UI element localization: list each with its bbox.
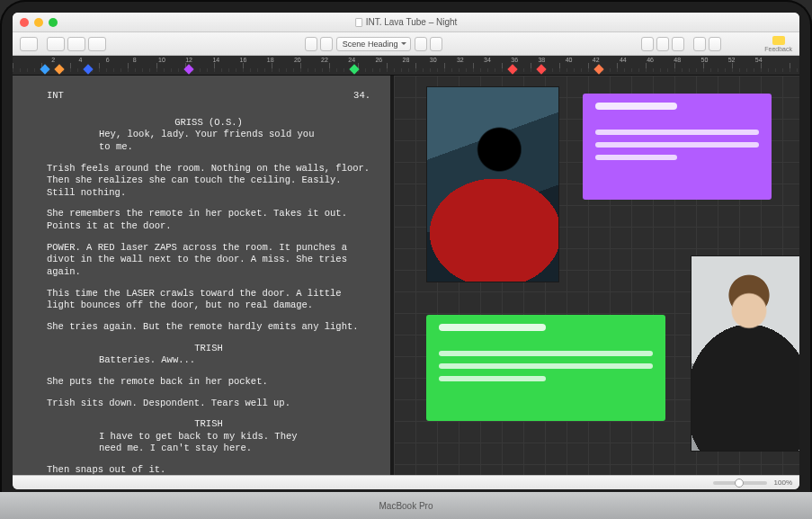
timeline-tick-label: 24 <box>338 57 365 63</box>
script-action[interactable]: This time the LASER crawls toward the do… <box>47 288 370 312</box>
script-character[interactable]: TRISH <box>47 418 370 431</box>
note-title-placeholder <box>439 324 546 331</box>
zoom-slider[interactable] <box>713 481 767 485</box>
script-action[interactable]: She puts the remote back in her pocket. <box>47 376 370 389</box>
script-action[interactable]: She tries again. But the remote hardly e… <box>47 321 370 334</box>
timeline-tick-label: 48 <box>664 57 691 63</box>
timeline-tick-label: 34 <box>474 57 501 63</box>
script-action[interactable]: Trish sits down. Despondent. Tears well … <box>47 398 370 410</box>
script-action[interactable]: She remembers the remote in her pocket. … <box>47 208 370 232</box>
corkboard-pane[interactable] <box>394 76 799 475</box>
timeline-tick-label: 20 <box>284 57 311 63</box>
timeline-tick-label: 12 <box>175 57 202 63</box>
timeline-tick-label: 2 <box>40 57 67 63</box>
note-line-placeholder <box>439 363 653 369</box>
timeline-tick-label <box>772 57 799 63</box>
script-action[interactable]: POWER. A RED laser ZAPS across the room.… <box>47 242 370 279</box>
timeline-tick-label: 40 <box>555 57 582 63</box>
window-titlebar: INT. Lava Tube – Night <box>13 13 799 32</box>
toolbar-button-outline[interactable] <box>47 37 65 51</box>
timeline-tick-label: 4 <box>67 57 94 63</box>
app-window: INT. Lava Tube – Night Scene Heading <box>13 13 799 489</box>
fullscreen-window-button[interactable] <box>49 18 58 27</box>
timeline-tick-label: 28 <box>392 57 419 63</box>
script-character[interactable]: TRISH <box>47 343 370 355</box>
board-image-img-man[interactable] <box>691 255 799 452</box>
window-title: INT. Lava Tube – Night <box>355 17 458 27</box>
element-prev-button[interactable] <box>415 37 427 51</box>
timeline-tick-label: 26 <box>365 57 392 63</box>
note-line-placeholder <box>595 130 759 135</box>
script-editor[interactable]: INT 34. GRISS (O.S.)Hey, look, lady. You… <box>13 76 390 475</box>
page-number: 34. <box>353 90 370 103</box>
board-image-img-deadpool[interactable] <box>426 86 559 282</box>
timeline-tick-label: 42 <box>583 57 610 63</box>
toolbar: Scene Heading Feedback <box>13 32 799 56</box>
scene-heading: INT <box>47 90 64 103</box>
timeline-tick-label: 46 <box>637 57 664 63</box>
feedback-icon <box>772 36 785 45</box>
feedback-button[interactable]: Feedback <box>764 36 792 52</box>
timeline-tick-label: 52 <box>718 57 745 63</box>
minimize-window-button[interactable] <box>34 18 43 27</box>
note-line-placeholder <box>439 376 546 381</box>
script-dialogue[interactable]: Hey, look, lady. Your friends sold you t… <box>99 129 318 153</box>
image-placeholder <box>692 256 799 451</box>
timeline-tick-label: 44 <box>610 57 637 63</box>
nav-prev-button[interactable] <box>305 37 317 51</box>
timeline-tick-label: 38 <box>528 57 555 63</box>
board-note-card[interactable] <box>583 94 772 200</box>
note-line-placeholder <box>595 142 759 148</box>
timeline-tick-label: 54 <box>745 57 772 63</box>
toolbar-button-r1[interactable] <box>641 37 654 51</box>
traffic-lights <box>20 18 58 27</box>
image-placeholder <box>427 87 558 282</box>
laptop-label: MacBook Pro <box>379 501 433 511</box>
toolbar-button-script[interactable] <box>67 37 85 51</box>
feedback-label: Feedback <box>764 46 792 52</box>
timeline-tick-label: 16 <box>229 57 256 63</box>
timeline-tick-label: 8 <box>121 57 148 63</box>
status-bar: 100% <box>13 475 799 489</box>
timeline-tick-label: 22 <box>311 57 338 63</box>
timeline-tick-label <box>13 57 40 63</box>
toolbar-button-board[interactable] <box>88 37 106 51</box>
note-title-placeholder <box>595 103 677 110</box>
toolbar-button-r4[interactable] <box>693 37 706 51</box>
note-line-placeholder <box>595 155 677 160</box>
timeline-tick-label: 6 <box>94 57 121 63</box>
zoom-level: 100% <box>774 479 792 487</box>
document-icon <box>355 18 362 27</box>
element-next-button[interactable] <box>430 37 442 51</box>
timeline-tick-label: 36 <box>501 57 528 63</box>
timeline-tick-label: 14 <box>202 57 229 63</box>
element-type-select[interactable]: Scene Heading <box>336 37 412 51</box>
toolbar-button-1[interactable] <box>20 37 38 51</box>
nav-next-button[interactable] <box>320 37 333 51</box>
script-action[interactable]: Trish feels around the room. Nothing on … <box>47 163 370 200</box>
close-window-button[interactable] <box>20 18 29 27</box>
laptop-frame: INT. Lava Tube – Night Scene Heading <box>0 0 812 519</box>
script-character[interactable]: GRISS (O.S.) <box>47 117 370 130</box>
timeline-tick-label: 10 <box>148 57 175 63</box>
note-line-placeholder <box>439 351 653 356</box>
script-dialogue[interactable]: Batteries. Aww... <box>99 354 318 367</box>
laptop-base: MacBook Pro <box>0 492 812 519</box>
main-split: INT 34. GRISS (O.S.)Hey, look, lady. You… <box>13 76 799 475</box>
script-action[interactable]: Then snaps out of it. <box>47 464 370 475</box>
toolbar-button-r3[interactable] <box>672 37 684 51</box>
timeline-tick-label: 30 <box>420 57 447 63</box>
timeline-tick-label: 32 <box>447 57 474 63</box>
script-dialogue[interactable]: I have to get back to my kids. They need… <box>99 431 318 455</box>
timeline-ruler[interactable]: 2468101214161820222426283032343638404244… <box>13 56 799 76</box>
board-note-card[interactable] <box>426 315 665 421</box>
toolbar-button-r2[interactable] <box>656 37 669 51</box>
toolbar-button-r5[interactable] <box>709 37 721 51</box>
element-type-label: Scene Heading <box>343 40 398 49</box>
timeline-tick-label: 18 <box>257 57 284 63</box>
window-title-text: INT. Lava Tube – Night <box>366 17 458 27</box>
timeline-tick-label: 50 <box>691 57 718 63</box>
